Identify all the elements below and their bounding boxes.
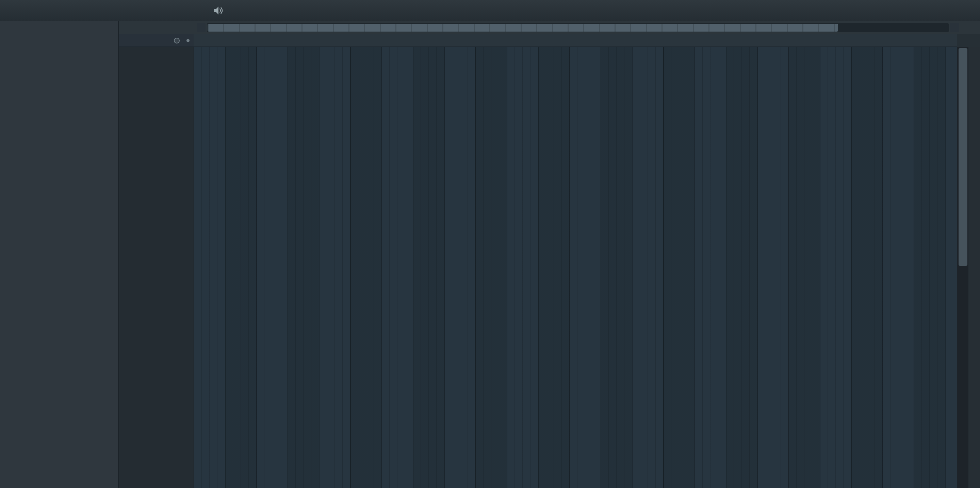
- fl-studio-playlist-window: [0, 0, 980, 488]
- step-slide-controls: [119, 34, 194, 47]
- horizontal-scrollbar[interactable]: [207, 23, 949, 32]
- breadcrumb: [214, 6, 242, 15]
- vertical-scrollbar-thumb[interactable]: [959, 48, 967, 266]
- scroll-row: [119, 21, 980, 34]
- step-slide-toggle[interactable]: [174, 38, 180, 43]
- titlebar: [0, 0, 980, 21]
- timeline-ruler[interactable]: [194, 34, 957, 47]
- horizontal-scrollbar-thumb[interactable]: [208, 24, 838, 32]
- scroll-right-button[interactable]: [950, 23, 959, 32]
- scroll-left-button[interactable]: [197, 23, 205, 32]
- slide-dot-icon[interactable]: [186, 39, 189, 42]
- ruler-corner: [957, 34, 980, 47]
- speaker-icon: [214, 6, 223, 15]
- vertical-scrollbar[interactable]: [957, 47, 969, 488]
- pattern-picker-panel: [0, 21, 119, 488]
- track-headers: [119, 47, 194, 488]
- playlist-grid[interactable]: [194, 47, 957, 488]
